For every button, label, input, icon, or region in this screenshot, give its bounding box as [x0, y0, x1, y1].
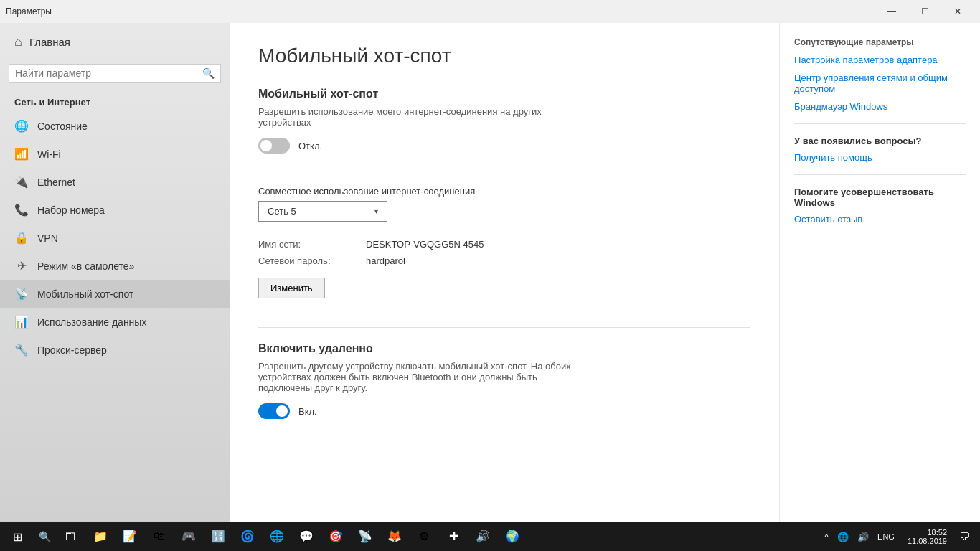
sidebar-item-vpn[interactable]: 🔒 VPN: [0, 224, 230, 252]
network-password-key: Сетевой пароль:: [258, 255, 366, 266]
sidebar: ⌂ Главная 🔍 Сеть и Интернет 🌐 Состояние …: [0, 23, 230, 522]
get-help-link[interactable]: Получить помощь: [794, 152, 966, 163]
taskbar-app-explorer[interactable]: 📁: [86, 522, 115, 551]
sidebar-item-label: Состояние: [37, 121, 88, 132]
taskbar-app-unknown2[interactable]: 🔊: [468, 522, 497, 551]
network-password-row: Сетевой пароль: hardparol: [258, 255, 750, 266]
right-panel-divider-2: [794, 174, 966, 175]
sidebar-item-proxy[interactable]: 🔧 Прокси-сервер: [0, 336, 230, 364]
right-panel-divider-1: [794, 123, 966, 124]
hotspot-icon: 📡: [14, 287, 29, 301]
taskbar-app-firefox[interactable]: 🦊: [380, 522, 409, 551]
hotspot-toggle-row: Откл.: [258, 138, 750, 154]
home-icon: ⌂: [14, 34, 22, 50]
taskbar-clock[interactable]: 18:52 11.08.2019: [903, 528, 951, 545]
status-icon: 🌐: [14, 119, 29, 133]
sidebar-item-datausage[interactable]: 📊 Использование данных: [0, 308, 230, 336]
window-controls: — ☐ ✕: [875, 0, 974, 23]
questions-title: У вас появились вопросы?: [794, 136, 966, 146]
hotspot-section-title: Мобильный хот-спот: [258, 88, 750, 100]
taskbar-network-icon[interactable]: 🌐: [834, 530, 852, 544]
hotspot-toggle-label: Откл.: [298, 141, 322, 151]
related-params-title: Сопутствующие параметры: [794, 37, 966, 47]
remote-section-title: Включить удаленно: [258, 342, 750, 355]
title-bar: Параметры — ☐ ✕: [0, 0, 980, 23]
hotspot-section-desc: Разрешить использование моего интернет-с…: [258, 106, 574, 128]
taskbar: ⊞ 🔍 🗔 📁 📝 🛍 🎮 🔢 🌀 🌐 💬 🎯 📡 🦊 ⚙ ✚ 🔊 🌍 ^ 🌐 …: [0, 522, 980, 551]
search-icon: 🔍: [202, 67, 215, 79]
taskbar-app-wifi[interactable]: 📡: [351, 522, 380, 551]
search-input[interactable]: [15, 67, 202, 79]
remote-toggle-label: Вкл.: [298, 406, 317, 417]
close-button[interactable]: ✕: [941, 0, 974, 23]
wifi-icon: 📶: [14, 147, 29, 161]
sidebar-item-label: Ethernet: [37, 176, 75, 188]
sidebar-item-dialup[interactable]: 📞 Набор номера: [0, 196, 230, 224]
sidebar-item-hotspot[interactable]: 📡 Мобильный хот-спот: [0, 280, 230, 308]
taskbar-keyboard-icon[interactable]: ENG: [875, 531, 897, 542]
network-name-val: DESKTOP-VGQGG5N 4545: [366, 239, 484, 250]
sidebar-item-status[interactable]: 🌐 Состояние: [0, 112, 230, 140]
taskbar-time: 18:52: [908, 528, 947, 537]
shared-connection-dropdown[interactable]: Сеть 5 ▾: [258, 201, 387, 222]
datausage-icon: 📊: [14, 315, 29, 329]
sidebar-item-label: Прокси-сервер: [37, 344, 107, 356]
sidebar-item-airplane[interactable]: ✈ Режим «в самолете»: [0, 252, 230, 280]
taskbar-search-button[interactable]: 🔍: [32, 522, 57, 551]
sidebar-home-label: Главная: [29, 36, 70, 48]
task-view-button[interactable]: 🗔: [57, 522, 83, 551]
taskbar-app-unknown1[interactable]: 🌀: [233, 522, 262, 551]
remote-toggle[interactable]: [258, 403, 290, 419]
network-password-val: hardparol: [366, 255, 405, 266]
adapter-settings-link[interactable]: Настройка параметров адаптера: [794, 55, 966, 65]
remote-toggle-row: Вкл.: [258, 403, 750, 419]
taskbar-app-discord[interactable]: 💬: [292, 522, 321, 551]
taskbar-chevron-icon[interactable]: ^: [821, 530, 831, 544]
sidebar-search-box[interactable]: 🔍: [9, 64, 221, 83]
taskbar-app-steam[interactable]: 🎮: [174, 522, 203, 551]
sidebar-item-label: Использование данных: [37, 316, 146, 328]
feedback-link[interactable]: Оставить отзыв: [794, 214, 966, 225]
sidebar-item-ethernet[interactable]: 🔌 Ethernet: [0, 168, 230, 196]
edit-button[interactable]: Изменить: [258, 278, 325, 298]
taskbar-volume-icon[interactable]: 🔊: [854, 530, 872, 544]
hotspot-toggle[interactable]: [258, 138, 290, 154]
taskbar-app-store[interactable]: 🛍: [145, 522, 174, 551]
dropdown-value: Сеть 5: [268, 206, 296, 217]
network-name-key: Имя сети:: [258, 239, 366, 250]
taskbar-app-notepad[interactable]: 📝: [116, 522, 144, 551]
divider-2: [258, 327, 750, 328]
taskbar-app-dota[interactable]: 🎯: [321, 522, 350, 551]
main-content: Мобильный хот-спот Мобильный хот-спот Ра…: [230, 23, 779, 522]
start-button[interactable]: ⊞: [3, 522, 32, 551]
sidebar-home[interactable]: ⌂ Главная: [0, 23, 230, 61]
taskbar-app-plus[interactable]: ✚: [439, 522, 468, 551]
network-center-link[interactable]: Центр управления сетями и общим доступом: [794, 72, 966, 94]
taskbar-system-tray: ^ 🌐 🔊 ENG: [816, 530, 903, 544]
taskbar-app-edge[interactable]: 🌍: [498, 522, 527, 551]
page-title: Мобильный хот-спот: [258, 44, 750, 67]
chevron-down-icon: ▾: [374, 207, 378, 215]
taskbar-date: 11.08.2019: [908, 537, 947, 545]
divider-1: [258, 171, 750, 171]
app-body: ⌂ Главная 🔍 Сеть и Интернет 🌐 Состояние …: [0, 23, 980, 522]
remote-section-desc: Разрешить другому устройству включать мо…: [258, 361, 574, 393]
taskbar-apps: 📁 📝 🛍 🎮 🔢 🌀 🌐 💬 🎯 📡 🦊 ⚙ ✚ 🔊 🌍: [86, 522, 527, 551]
taskbar-app-chrome[interactable]: 🌐: [263, 522, 291, 551]
ethernet-icon: 🔌: [14, 175, 29, 189]
sidebar-item-label: Набор номера: [37, 204, 105, 216]
right-panel: Сопутствующие параметры Настройка параме…: [779, 23, 980, 522]
taskbar-app-settings[interactable]: ⚙: [410, 522, 438, 551]
minimize-button[interactable]: —: [875, 0, 908, 23]
firewall-link[interactable]: Брандмауэр Windows: [794, 101, 966, 112]
network-name-row: Имя сети: DESKTOP-VGQGG5N 4545: [258, 239, 750, 250]
maximize-button[interactable]: ☐: [908, 0, 941, 23]
sidebar-item-wifi[interactable]: 📶 Wi-Fi: [0, 140, 230, 168]
sidebar-item-label: Wi-Fi: [37, 149, 61, 160]
sidebar-item-label: Режим «в самолете»: [37, 260, 134, 272]
app-title: Параметры: [6, 6, 52, 17]
sidebar-item-label: VPN: [37, 232, 58, 244]
taskbar-app-calc[interactable]: 🔢: [204, 522, 232, 551]
sidebar-item-label: Мобильный хот-спот: [37, 288, 133, 300]
taskbar-notification-button[interactable]: 🗨: [951, 522, 977, 551]
